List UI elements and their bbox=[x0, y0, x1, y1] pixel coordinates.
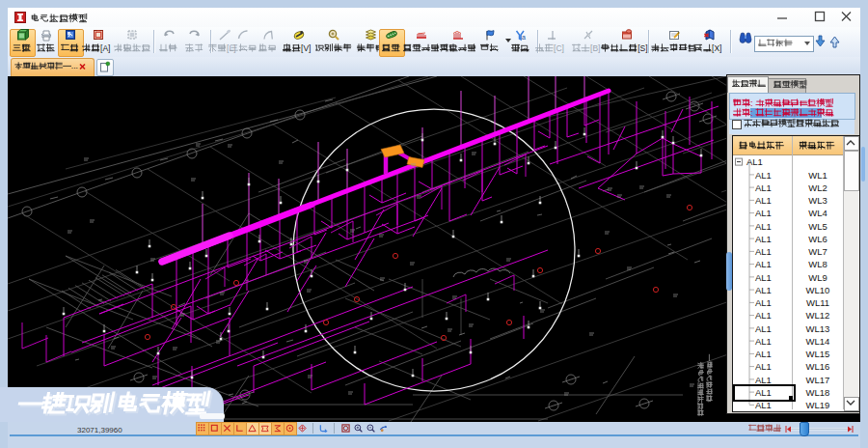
svg-text:AL1: AL1 bbox=[755, 182, 772, 193]
svg-text:WL6: WL6 bbox=[808, 234, 827, 244]
svg-text:AL1: AL1 bbox=[755, 297, 772, 308]
svg-text:AL1: AL1 bbox=[755, 208, 772, 218]
svg-text:WL4: WL4 bbox=[808, 208, 827, 218]
svg-text:AL1: AL1 bbox=[755, 234, 772, 244]
svg-text:WL5: WL5 bbox=[808, 221, 827, 232]
svg-text:AL1: AL1 bbox=[755, 285, 772, 295]
svg-text:AL1: AL1 bbox=[755, 361, 772, 372]
svg-text:AL1: AL1 bbox=[755, 259, 772, 269]
svg-text:AL1: AL1 bbox=[755, 246, 772, 257]
svg-text:WL8: WL8 bbox=[808, 259, 827, 269]
svg-text:AL1: AL1 bbox=[755, 323, 772, 334]
svg-text:[X]: [X] bbox=[712, 43, 721, 53]
svg-text:WL10: WL10 bbox=[806, 285, 830, 295]
svg-text:AL1: AL1 bbox=[755, 310, 772, 321]
svg-text:AL1: AL1 bbox=[755, 170, 772, 181]
svg-text:[C]: [C] bbox=[554, 43, 564, 53]
svg-text:AL1: AL1 bbox=[746, 156, 763, 167]
svg-text:[A]: [A] bbox=[100, 43, 110, 53]
svg-text:WL19: WL19 bbox=[806, 400, 830, 410]
svg-text:WL7: WL7 bbox=[808, 246, 827, 257]
svg-text:WL11: WL11 bbox=[806, 297, 829, 308]
svg-text:...: ... bbox=[71, 61, 78, 70]
svg-text:AL1: AL1 bbox=[755, 195, 772, 206]
svg-text:AL1: AL1 bbox=[755, 349, 772, 359]
svg-text:[S]: [S] bbox=[637, 43, 647, 53]
svg-text:a: a bbox=[522, 34, 526, 41]
svg-text:WL3: WL3 bbox=[808, 195, 827, 206]
svg-text:WL13: WL13 bbox=[806, 323, 830, 334]
svg-text:AL1: AL1 bbox=[755, 272, 772, 283]
svg-text::: : bbox=[750, 108, 753, 118]
svg-text:WL18: WL18 bbox=[806, 387, 830, 398]
svg-text:AL1: AL1 bbox=[755, 221, 772, 232]
svg-text:WL2: WL2 bbox=[808, 182, 827, 193]
svg-text:AL1: AL1 bbox=[755, 375, 772, 385]
svg-text:WL1: WL1 bbox=[808, 170, 827, 181]
svg-text:WL12: WL12 bbox=[806, 310, 830, 321]
svg-text:WL16: WL16 bbox=[806, 361, 830, 372]
svg-text:WL17: WL17 bbox=[806, 375, 830, 385]
svg-text:[V]: [V] bbox=[301, 43, 311, 53]
svg-text:WL9: WL9 bbox=[808, 272, 827, 283]
svg-text:WL14: WL14 bbox=[806, 336, 830, 347]
svg-text:WL15: WL15 bbox=[806, 349, 830, 359]
svg-text:AL1: AL1 bbox=[755, 336, 772, 347]
svg-text::: : bbox=[750, 98, 753, 108]
